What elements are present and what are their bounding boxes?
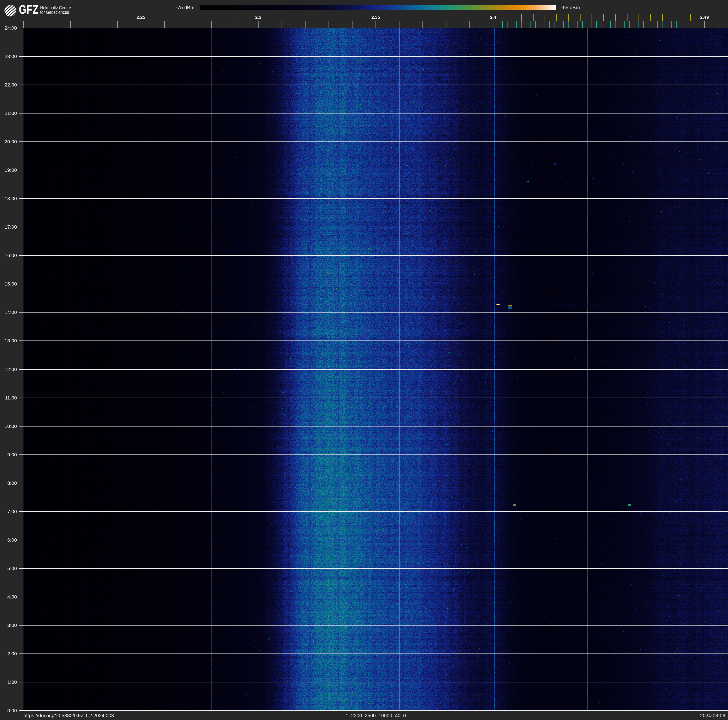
frequency-minor-tick xyxy=(235,21,235,28)
frequency-minor-tick xyxy=(399,21,399,28)
time-tick-label: 24:00 xyxy=(0,25,17,31)
time-tick-label: 1:00 xyxy=(0,680,17,685)
time-tick-label: 10:00 xyxy=(0,424,17,429)
bluetooth-channel-tick xyxy=(643,21,644,28)
bluetooth-channel-tick xyxy=(681,21,681,28)
time-tick-label: 15:00 xyxy=(0,281,17,286)
time-tick-label: 22:00 xyxy=(0,82,17,87)
frequency-minor-tick xyxy=(493,21,493,28)
time-tick-label: 14:00 xyxy=(0,310,17,315)
hour-gridline xyxy=(19,483,728,483)
time-tick-label: 17:00 xyxy=(0,224,17,230)
hour-gridline xyxy=(19,511,728,512)
bluetooth-channel-tick xyxy=(544,21,545,28)
footer: https://doi.org/10.5880/GFZ.1.2.2024.003… xyxy=(0,711,728,720)
hour-gridline xyxy=(19,369,728,370)
spectrogram-page: GFZ Helmholtz Centre for Geosciences -75… xyxy=(0,0,728,720)
time-tick-label: 3:00 xyxy=(0,623,17,628)
date-label: 2024-08-06 xyxy=(700,713,725,718)
colorbar-min-label: -75 dBm xyxy=(147,5,194,10)
frequency-minor-tick xyxy=(352,21,352,28)
frequency-minor-tick xyxy=(70,21,71,28)
time-tick-label: 4:00 xyxy=(0,594,17,599)
bluetooth-channel-tick xyxy=(592,21,592,28)
hour-gridline xyxy=(19,654,728,654)
frequency-tick-label: 2.3 xyxy=(244,15,272,20)
bluetooth-channel-tick xyxy=(662,21,662,28)
frequency-minor-tick xyxy=(188,21,188,28)
bluetooth-channel-tick xyxy=(667,21,667,28)
hour-gridline xyxy=(19,198,728,199)
bluetooth-channel-tick xyxy=(549,21,550,28)
frequency-minor-tick xyxy=(329,21,329,28)
frequency-tick-label: 2.35 xyxy=(362,15,390,20)
wifi-channel-tick xyxy=(627,14,627,21)
frequency-minor-tick xyxy=(141,21,141,28)
wifi-channel-tick xyxy=(533,14,534,21)
frequency-minor-tick xyxy=(446,21,447,28)
time-tick-label: 11:00 xyxy=(0,395,17,400)
bluetooth-channel-tick xyxy=(596,21,597,28)
colorbar-max-label: -55 dBm xyxy=(561,5,608,10)
frequency-minor-tick xyxy=(117,21,118,28)
hour-gridline xyxy=(19,682,728,682)
frequency-minor-tick xyxy=(23,21,24,28)
frequency-minor-tick xyxy=(470,21,470,28)
bluetooth-channel-tick xyxy=(634,21,634,28)
time-tick-label: 7:00 xyxy=(0,509,17,514)
wifi-channel-tick xyxy=(556,14,557,21)
wifi-channel-tick xyxy=(615,14,616,21)
brand-wordmark: GFZ xyxy=(19,3,38,16)
bluetooth-channel-tick xyxy=(671,21,672,28)
bluetooth-channel-tick xyxy=(587,21,587,28)
wifi-channel-tick xyxy=(521,14,522,21)
bluetooth-channel-tick xyxy=(653,21,653,28)
bluetooth-channel-tick xyxy=(629,21,630,28)
bluetooth-channel-tick xyxy=(676,21,677,28)
bluetooth-channel-tick xyxy=(657,21,658,28)
bluetooth-channel-tick xyxy=(610,21,611,28)
org-name-line2: for Geosciences xyxy=(40,10,71,15)
frequency-minor-tick xyxy=(258,21,258,28)
frequency-minor-tick xyxy=(47,21,47,28)
hour-gridline xyxy=(19,398,728,398)
hour-gridline xyxy=(19,28,728,28)
frequency-minor-tick xyxy=(422,21,423,28)
time-tick-label: 12:00 xyxy=(0,367,17,372)
bluetooth-channel-tick xyxy=(554,21,554,28)
frequency-tick-label: 2.4 xyxy=(479,15,507,20)
bluetooth-channel-tick xyxy=(521,21,522,28)
bluetooth-channel-tick xyxy=(563,21,564,28)
hour-gridline xyxy=(19,84,728,85)
frequency-minor-tick xyxy=(305,21,306,28)
bluetooth-channel-tick xyxy=(601,21,601,28)
frequency-minor-tick xyxy=(94,21,94,28)
time-tick-label: 8:00 xyxy=(0,481,17,486)
frequency-minor-tick xyxy=(704,21,705,28)
bluetooth-channel-tick xyxy=(578,21,578,28)
doi-text: https://doi.org/10.5880/GFZ.1.2.2024.003 xyxy=(23,713,114,718)
time-tick-label: 16:00 xyxy=(0,253,17,258)
bluetooth-channel-tick xyxy=(624,21,625,28)
bluetooth-channel-tick xyxy=(639,21,639,28)
time-tick-label: 20:00 xyxy=(0,139,17,144)
hour-gridline xyxy=(19,568,728,569)
time-tick-label: 5:00 xyxy=(0,566,17,571)
wifi-channel-tick xyxy=(568,14,569,21)
time-tick-label: 6:00 xyxy=(0,538,17,542)
frequency-tick-label: 2.25 xyxy=(127,15,155,20)
bluetooth-channel-tick xyxy=(512,21,512,28)
hour-gridline xyxy=(19,113,728,113)
bluetooth-channel-tick xyxy=(498,21,498,28)
bluetooth-channel-tick xyxy=(606,21,606,28)
time-tick-label: 9:00 xyxy=(0,452,17,457)
wifi-channel-tick xyxy=(592,14,592,21)
colorbar-gradient xyxy=(200,5,556,10)
hour-gridline xyxy=(19,455,728,455)
wifi-channel-tick xyxy=(544,14,545,21)
bluetooth-channel-tick xyxy=(615,21,615,28)
hour-gridline xyxy=(19,170,728,170)
gfz-logo-striped-globe-icon xyxy=(4,5,17,17)
bluetooth-channel-tick xyxy=(568,21,569,28)
frequency-tick-label: 2.49 xyxy=(690,15,719,20)
